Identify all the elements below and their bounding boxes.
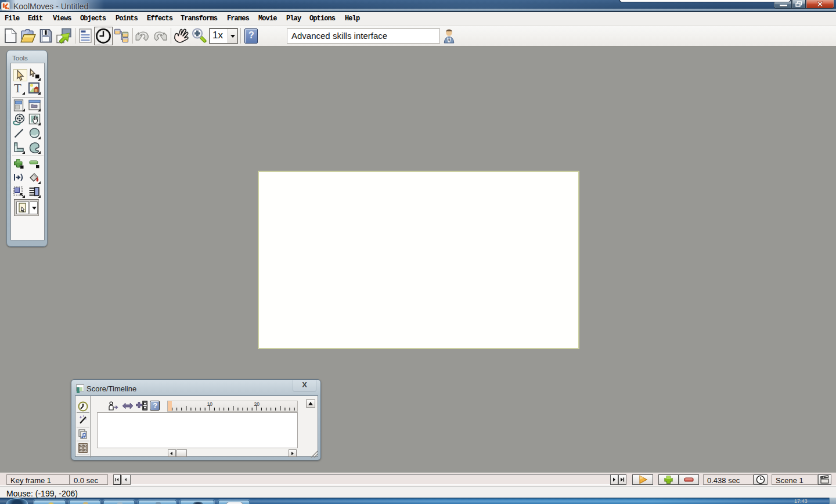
svg-text:10: 10 [207, 401, 213, 407]
svg-text:20: 20 [254, 401, 260, 407]
